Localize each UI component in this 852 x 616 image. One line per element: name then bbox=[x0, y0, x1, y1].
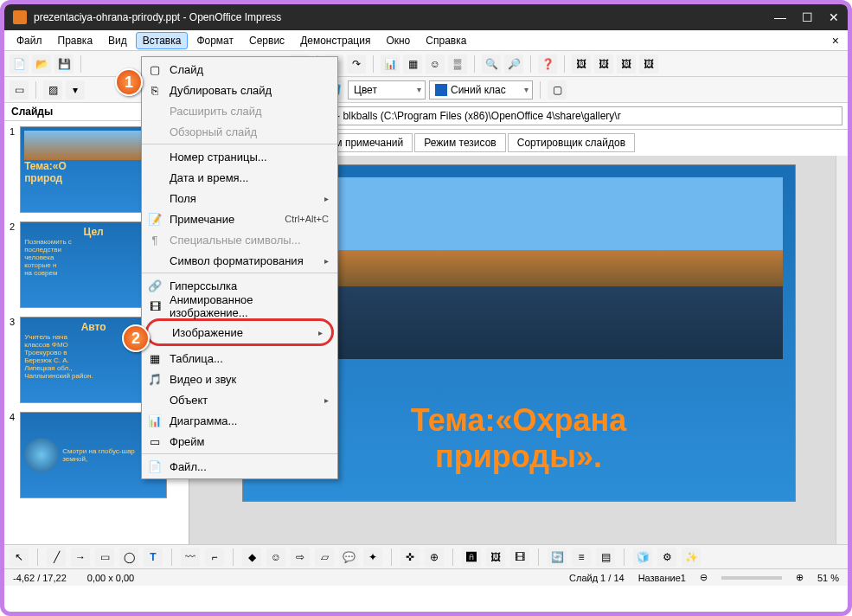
tb-btn-1[interactable]: 🖼 bbox=[594, 55, 613, 74]
shadow-button[interactable]: ▢ bbox=[548, 80, 567, 99]
zoom-slider[interactable] bbox=[721, 576, 782, 580]
menu-item-anim[interactable]: 🎞Анимированное изображение... bbox=[142, 296, 337, 317]
close-window-button[interactable]: ✕ bbox=[829, 10, 839, 24]
line-tool[interactable]: ╱ bbox=[47, 548, 66, 567]
menu-item-av[interactable]: 🎵Видео и звук bbox=[142, 369, 337, 389]
star-shapes[interactable]: ✦ bbox=[363, 548, 382, 567]
menu-demo[interactable]: Демонстрация bbox=[293, 32, 377, 49]
menu-item-pagenum[interactable]: Номер страницы... bbox=[142, 146, 337, 167]
save-button[interactable]: 💾 bbox=[54, 55, 74, 74]
callout-1: 1 bbox=[115, 68, 143, 96]
statusbar: -4,62 / 17,22 0,00 x 0,00 Слайд 1 / 14 Н… bbox=[4, 568, 848, 586]
duplicate-icon: ⎘ bbox=[147, 84, 163, 97]
fontwork-tool[interactable]: 🅰 bbox=[462, 548, 481, 567]
from-file-tool[interactable]: 🖼 bbox=[486, 548, 505, 567]
chart-icon: 📊 bbox=[147, 414, 163, 427]
special-chars-icon: ¶ bbox=[147, 234, 163, 247]
menu-item-table[interactable]: ▦Таблица... bbox=[142, 348, 337, 369]
minimize-button[interactable]: — bbox=[774, 10, 786, 24]
arrows-shapes[interactable]: ⇨ bbox=[291, 548, 310, 567]
shapes-tool[interactable]: ◆ bbox=[242, 548, 261, 567]
glue-tool[interactable]: ⊕ bbox=[425, 548, 444, 567]
zoom-out-button[interactable]: ⊖ bbox=[700, 572, 708, 583]
arrow-tool[interactable]: → bbox=[71, 548, 90, 567]
vertical-scrollbar[interactable] bbox=[836, 156, 848, 544]
animation-tool[interactable]: ✨ bbox=[682, 548, 701, 567]
tab-handout[interactable]: Режим тезисов bbox=[414, 133, 506, 152]
flowchart-shapes[interactable]: ▱ bbox=[315, 548, 334, 567]
zoom-in-button[interactable]: ⊕ bbox=[796, 572, 804, 583]
menu-edit[interactable]: Правка bbox=[51, 32, 100, 49]
chart-button[interactable]: 📊 bbox=[381, 55, 400, 74]
menu-item-formatmark[interactable]: Символ форматирования▸ bbox=[142, 250, 337, 271]
menu-item-datetime[interactable]: Дата и время... bbox=[142, 167, 337, 188]
menu-help[interactable]: Справка bbox=[419, 32, 473, 49]
callout-2: 2 bbox=[122, 324, 150, 352]
tb-btn-2[interactable]: 🖼 bbox=[617, 55, 636, 74]
menu-item-object[interactable]: Объект▸ bbox=[142, 389, 337, 410]
menu-service[interactable]: Сервис bbox=[242, 32, 291, 49]
points-tool[interactable]: ✜ bbox=[400, 548, 420, 567]
insert-menu-dropdown: ▢Слайд ⎘Дублировать слайд Расширить слай… bbox=[141, 56, 338, 479]
redo-button[interactable]: ↷ bbox=[347, 55, 366, 74]
menu-file[interactable]: Файл bbox=[10, 32, 49, 49]
status-coords: -4,62 / 17,22 bbox=[13, 573, 67, 583]
table-button[interactable]: ▦ bbox=[403, 55, 422, 74]
navigator-button[interactable]: 🔍 bbox=[482, 55, 501, 74]
help-button[interactable]: ❓ bbox=[538, 55, 557, 74]
chevron-down-icon[interactable]: ▾ bbox=[66, 80, 85, 99]
menu-item-dup-slide[interactable]: ⎘Дублировать слайд bbox=[142, 80, 337, 100]
menu-item-chart[interactable]: 📊Диаграмма... bbox=[142, 410, 337, 431]
maximize-button[interactable]: ☐ bbox=[802, 10, 813, 24]
menubar-close-button[interactable]: × bbox=[829, 34, 842, 48]
window-title: prezentaciya-ohrana-prirody.ppt - OpenOf… bbox=[34, 11, 281, 23]
text-tool[interactable]: T bbox=[144, 548, 163, 567]
drawing-toolbar: ↖ ╱ → ▭ ◯ T 〰 ⌐ ◆ ☺ ⇨ ▱ 💬 ✦ ✜ ⊕ 🅰 🖼 🎞 🔄 … bbox=[4, 544, 848, 568]
menu-item-slide[interactable]: ▢Слайд bbox=[142, 59, 337, 80]
gallery-button[interactable]: 🖼 bbox=[572, 55, 591, 74]
ellipse-tool[interactable]: ◯ bbox=[119, 548, 138, 567]
menu-item-fields[interactable]: Поля▸ bbox=[142, 188, 337, 209]
color-select[interactable]: Синий клас bbox=[429, 80, 533, 99]
menu-format[interactable]: Формат bbox=[189, 32, 240, 49]
open-button[interactable]: 📂 bbox=[32, 55, 51, 74]
rect-tool[interactable]: ▭ bbox=[95, 548, 114, 567]
tool-highlight[interactable]: ▨ bbox=[43, 80, 62, 99]
file-icon: 📄 bbox=[147, 460, 163, 473]
callout-shapes[interactable]: 💬 bbox=[339, 548, 358, 567]
select-tool[interactable]: ↖ bbox=[10, 548, 29, 567]
menu-item-specialchars: ¶Специальные символы... bbox=[142, 229, 337, 250]
symbol-shapes[interactable]: ☺ bbox=[266, 548, 285, 567]
menu-window[interactable]: Окно bbox=[379, 32, 417, 49]
connector-tool[interactable]: ⌐ bbox=[205, 548, 224, 567]
arrange-tool[interactable]: ▤ bbox=[596, 548, 615, 567]
align-tool[interactable]: ≡ bbox=[572, 548, 591, 567]
menu-item-image[interactable]: Изображение▸ bbox=[148, 322, 331, 343]
menu-item-file[interactable]: 📄Файл... bbox=[142, 456, 337, 477]
extrusion-tool[interactable]: 🧊 bbox=[633, 548, 652, 567]
tb-btn-3[interactable]: 🖼 bbox=[639, 55, 658, 74]
menu-view[interactable]: Вид bbox=[101, 32, 134, 49]
note-icon: 📝 bbox=[147, 213, 163, 226]
tool-rect[interactable]: ▭ bbox=[10, 80, 29, 99]
menu-item-overview: Обзорный слайд bbox=[142, 121, 337, 142]
new-button[interactable]: 📄 bbox=[10, 55, 29, 74]
status-slide: Слайд 1 / 14 bbox=[569, 573, 625, 583]
status-size: 0,00 x 0,00 bbox=[87, 573, 134, 583]
curve-tool[interactable]: 〰 bbox=[181, 548, 200, 567]
app-icon bbox=[13, 10, 27, 24]
grid-button[interactable]: ▒ bbox=[448, 55, 467, 74]
hyperlink-icon: 🔗 bbox=[147, 279, 163, 292]
animation-icon: 🎞 bbox=[147, 300, 163, 313]
emoji-button[interactable]: ☺ bbox=[426, 55, 445, 74]
fill-type-select[interactable]: Цвет bbox=[348, 80, 426, 99]
gallery-tool[interactable]: 🎞 bbox=[510, 548, 529, 567]
menu-insert[interactable]: Вставка bbox=[136, 32, 189, 49]
zoom-button[interactable]: 🔎 bbox=[504, 55, 523, 74]
menu-item-frame[interactable]: ▭Фрейм bbox=[142, 431, 337, 452]
main-area: Слайды 1 Тема:«Оприрод 2 ЦелПознакомить … bbox=[4, 103, 848, 544]
rotate-tool[interactable]: 🔄 bbox=[548, 548, 567, 567]
interaction-tool[interactable]: ⚙ bbox=[657, 548, 676, 567]
menu-item-note[interactable]: 📝ПримечаниеCtrl+Alt+C bbox=[142, 209, 337, 229]
tab-sorter[interactable]: Сортировщик слайдов bbox=[508, 133, 635, 152]
